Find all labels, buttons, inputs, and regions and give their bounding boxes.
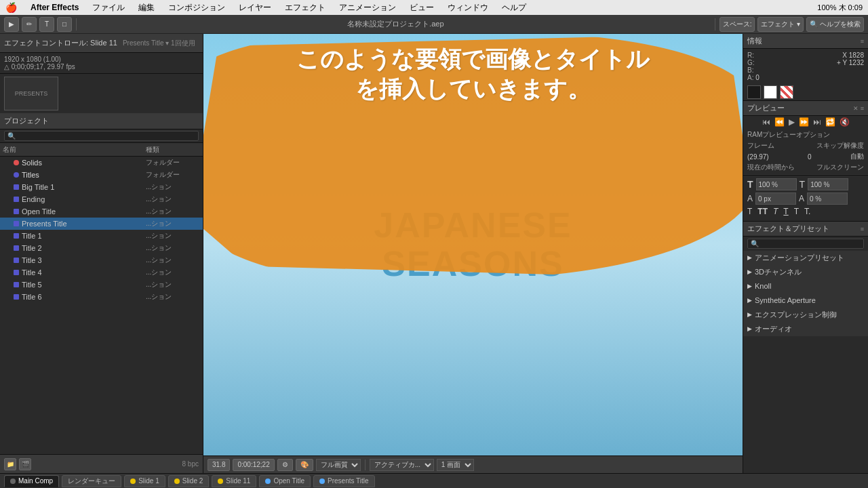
effect-header-synthetic[interactable]: ▶ Synthetic Aperture bbox=[743, 293, 868, 307]
g-label: G: bbox=[747, 59, 760, 66]
transport-loop[interactable]: 🔁 bbox=[824, 117, 837, 127]
tab-label-render: レンダーキュー bbox=[68, 476, 115, 486]
project-item-title3[interactable]: Title 3 ...ション bbox=[0, 254, 203, 266]
menu-view[interactable]: ビュー bbox=[407, 2, 437, 14]
menu-layer[interactable]: レイヤー bbox=[236, 2, 274, 14]
transport-skip-start[interactable]: ⏮ bbox=[761, 117, 772, 127]
tab-dot-slide2 bbox=[174, 479, 180, 484]
text-fmt-T[interactable]: T bbox=[747, 207, 752, 216]
toolbar-effect-btn[interactable]: エフェクト ▾ bbox=[757, 17, 804, 32]
effect-header-animation[interactable]: ▶ アニメーションプリセット bbox=[743, 251, 868, 264]
info-left: R: G: B: A: 0 bbox=[747, 52, 760, 81]
project-item-ending[interactable]: Ending ...ション bbox=[0, 193, 203, 205]
effect-header-expression[interactable]: ▶ エクスプレッション制御 bbox=[743, 308, 868, 321]
menu-edit[interactable]: 編集 bbox=[136, 2, 157, 14]
text-fmt-sub[interactable]: T. bbox=[804, 207, 810, 216]
menu-animation[interactable]: アニメーション bbox=[336, 2, 399, 14]
effect-name-synthetic: Synthetic Aperture bbox=[755, 296, 816, 304]
effect-header-3d[interactable]: ▶ 3Dチャンネル bbox=[743, 265, 868, 279]
timecode-display[interactable]: 0:00:12;22 bbox=[233, 459, 274, 471]
text-size-input[interactable] bbox=[756, 178, 797, 190]
text-fmt-bold[interactable]: TT bbox=[757, 207, 768, 216]
proj-name-title6: Title 6 bbox=[22, 293, 146, 301]
proj-type-bigtitle1: ...ション bbox=[146, 182, 200, 192]
ctrl-sep bbox=[365, 460, 366, 470]
effects-expand[interactable]: ≡ bbox=[861, 226, 864, 232]
text-kern-input[interactable] bbox=[807, 192, 848, 205]
tab-slide1[interactable]: Slide 1 bbox=[124, 475, 165, 487]
effects-search-input[interactable] bbox=[747, 239, 864, 249]
toolbar-help-search[interactable]: 🔍 ヘルプを検索 bbox=[806, 17, 864, 32]
transport-prev-frame[interactable]: ⏪ bbox=[773, 117, 786, 127]
toolbar-space[interactable]: スペース: bbox=[719, 17, 755, 32]
camera-select[interactable]: アクティブカ... bbox=[370, 459, 434, 471]
bit-depth[interactable]: 8 bpc bbox=[182, 460, 199, 468]
proj-type-ending: ...ション bbox=[146, 195, 200, 204]
project-item-title6[interactable]: Title 6 ...ション bbox=[0, 291, 203, 303]
toolbar-shape[interactable]: □ bbox=[57, 17, 72, 32]
project-item-bigtitle1[interactable]: Big Title 1 ...ション bbox=[0, 181, 203, 193]
effect-name-animation: アニメーションプリセット bbox=[755, 253, 844, 263]
fps-val[interactable]: (29.97) bbox=[747, 153, 769, 161]
app-name[interactable]: After Effects bbox=[28, 3, 81, 12]
res-label[interactable]: 自動 bbox=[850, 152, 864, 161]
text-lead-input[interactable] bbox=[755, 192, 796, 205]
ram-label: RAMプレビューオプション bbox=[747, 129, 864, 140]
menu-effect[interactable]: エフェクト bbox=[282, 2, 328, 14]
project-item-title2[interactable]: Title 2 ...ション bbox=[0, 242, 203, 254]
project-search-input[interactable] bbox=[4, 131, 199, 141]
tab-main-comp[interactable]: Main Comp bbox=[4, 475, 59, 487]
project-item-presentstitle[interactable]: Presents Title ...ション bbox=[0, 218, 203, 230]
skip-val[interactable]: 0 bbox=[808, 153, 812, 161]
new-comp-btn[interactable]: 🎬 bbox=[19, 458, 31, 470]
new-folder-btn[interactable]: 📁 bbox=[4, 458, 16, 470]
apple-menu[interactable]: 🍎 bbox=[5, 2, 17, 13]
swatch-pattern[interactable] bbox=[780, 85, 793, 99]
swatch-white[interactable] bbox=[764, 85, 777, 99]
tab-slide11[interactable]: Slide 11 bbox=[212, 475, 256, 487]
resolution-btn[interactable]: 31.8 bbox=[208, 459, 230, 471]
text-fmt-caps[interactable]: T bbox=[794, 207, 799, 216]
screen-select[interactable]: 1 画面 bbox=[437, 459, 474, 471]
info-panel-header: 情報 ≡ bbox=[743, 34, 868, 49]
preview-panel-expand[interactable]: ✕ ≡ bbox=[853, 105, 864, 112]
transport-next-frame[interactable]: ⏩ bbox=[797, 117, 810, 127]
proj-type-title1: ...ション bbox=[146, 231, 200, 241]
tab-slide2[interactable]: Slide 2 bbox=[168, 475, 210, 487]
transport-skip-end[interactable]: ⏭ bbox=[812, 117, 823, 127]
text-tracking-input[interactable] bbox=[808, 178, 848, 190]
tab-open-title[interactable]: Open Title bbox=[259, 475, 311, 487]
main-area: エフェクトコントロール: Slide 11 Presents Title ▾ 1… bbox=[0, 34, 868, 473]
text-fmt-under[interactable]: T bbox=[783, 207, 788, 216]
menu-file[interactable]: ファイル bbox=[90, 2, 127, 14]
menu-window[interactable]: ウィンドウ bbox=[445, 2, 491, 14]
project-item-titles[interactable]: Titles フォルダー bbox=[0, 169, 203, 181]
effect-header-audio[interactable]: ▶ オーディオ bbox=[743, 322, 868, 336]
toolbar-pen[interactable]: ✏ bbox=[22, 17, 37, 32]
transport-mute[interactable]: 🔇 bbox=[838, 117, 851, 127]
preview-transport: ⏮ ⏪ ▶ ⏩ ⏭ 🔁 🔇 bbox=[743, 116, 868, 128]
project-item-title4[interactable]: Title 4 ...ション bbox=[0, 266, 203, 279]
quality-select[interactable]: フル画質 1/2 1/4 bbox=[316, 459, 361, 471]
proj-name-title1: Title 1 bbox=[22, 232, 146, 240]
menu-help[interactable]: ヘルプ bbox=[499, 2, 529, 14]
project-item-solids[interactable]: Solids フォルダー bbox=[0, 157, 203, 169]
project-item-opentitle[interactable]: Open Title ...ション bbox=[0, 205, 203, 218]
project-item-title1[interactable]: Title 1 ...ション bbox=[0, 230, 203, 242]
text-fmt-italic[interactable]: T bbox=[773, 207, 778, 216]
toolbar-text[interactable]: T bbox=[39, 17, 54, 32]
preview-color[interactable]: 🎨 bbox=[296, 459, 313, 471]
preview-settings[interactable]: ⚙ bbox=[277, 459, 293, 471]
effect-header-knoll[interactable]: ▶ Knoll bbox=[743, 279, 868, 293]
menu-composition[interactable]: コンポジション bbox=[165, 2, 228, 14]
tab-render-queue[interactable]: レンダーキュー bbox=[62, 475, 121, 487]
project-item-title5[interactable]: Title 5 ...ション bbox=[0, 279, 203, 291]
swatch-black[interactable] bbox=[747, 85, 761, 99]
tab-label-slide11: Slide 11 bbox=[226, 477, 250, 485]
effect-name-audio: オーディオ bbox=[755, 324, 792, 334]
col-name: 名前 bbox=[3, 145, 146, 155]
tab-presents-title[interactable]: Presents Title bbox=[313, 475, 375, 487]
toolbar-select[interactable]: ▶ bbox=[4, 17, 19, 32]
transport-play[interactable]: ▶ bbox=[787, 117, 796, 127]
info-expand[interactable]: ≡ bbox=[861, 38, 864, 45]
